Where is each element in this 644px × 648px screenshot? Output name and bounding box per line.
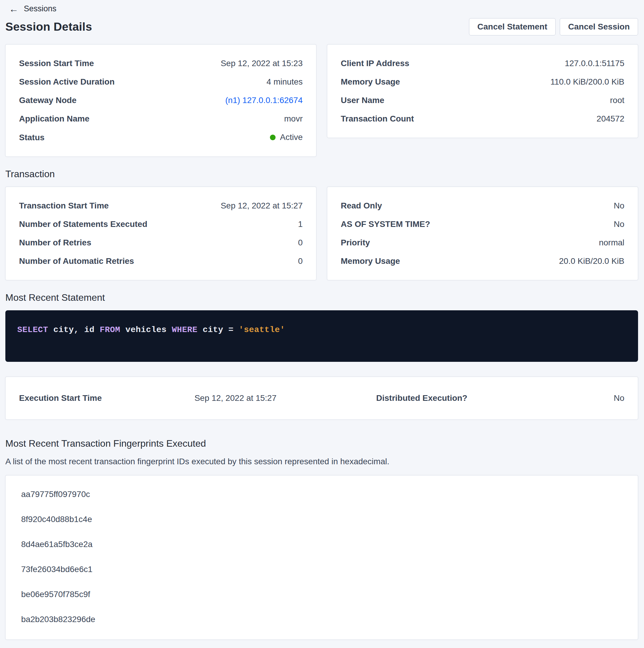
transaction-start-time-row: Transaction Start Time Sep 12, 2022 at 1… xyxy=(19,201,303,211)
status-badge: Active xyxy=(270,132,303,142)
client-ip-value: 127.0.0.1:51175 xyxy=(565,58,624,68)
fingerprint-item: 8f920c40d88b1c4e xyxy=(21,514,622,525)
status-value: Active xyxy=(280,132,303,142)
client-ip-row: Client IP Address 127.0.0.1:51175 xyxy=(341,58,624,68)
cancel-statement-button[interactable]: Cancel Statement xyxy=(469,18,555,36)
read-only-value: No xyxy=(613,201,624,211)
back-arrow-icon: ← xyxy=(9,4,18,13)
transaction-memory-usage-value: 20.0 KiB/20.0 KiB xyxy=(559,256,624,266)
session-active-duration-label: Session Active Duration xyxy=(19,77,115,87)
fingerprint-item: ba2b203b823296de xyxy=(21,614,622,625)
session-start-time-label: Session Start Time xyxy=(19,58,94,68)
session-info-card: Session Start Time Sep 12, 2022 at 15:23… xyxy=(5,44,316,157)
page-title: Session Details xyxy=(5,20,92,33)
sql-where-keyword: WHERE xyxy=(172,325,197,334)
session-details-page: ← Sessions Session Details Cancel Statem… xyxy=(0,0,644,648)
session-memory-usage-value: 110.0 KiB/200.0 KiB xyxy=(550,77,624,87)
execution-start-time-label: Execution Start Time xyxy=(19,393,152,403)
transaction-cards: Transaction Start Time Sep 12, 2022 at 1… xyxy=(5,187,638,280)
client-info-card: Client IP Address 127.0.0.1:51175 Memory… xyxy=(327,44,638,138)
transaction-settings-card: Read Only No AS OF SYSTEM TIME? No Prior… xyxy=(327,187,638,280)
header-actions: Cancel Statement Cancel Session xyxy=(469,18,638,36)
gateway-node-label: Gateway Node xyxy=(19,95,76,105)
transaction-start-time-label: Transaction Start Time xyxy=(19,201,109,211)
statements-executed-value: 1 xyxy=(298,219,303,229)
execution-start-time-value: Sep 12, 2022 at 15:27 xyxy=(152,393,277,403)
session-start-time-value: Sep 12, 2022 at 15:23 xyxy=(221,58,303,68)
sql-columns: city, id xyxy=(53,325,94,334)
back-to-sessions-link[interactable]: ← Sessions xyxy=(5,2,57,13)
fingerprints-description: A list of the most recent transaction fi… xyxy=(5,456,638,467)
transaction-count-value: 204572 xyxy=(597,114,624,124)
as-of-system-time-label: AS OF SYSTEM TIME? xyxy=(341,219,430,229)
application-name-row: Application Name movr xyxy=(19,114,303,124)
session-memory-usage-label: Memory Usage xyxy=(341,77,400,87)
application-name-value: movr xyxy=(284,114,303,124)
fingerprints-list: aa79775ff097970c 8f920c40d88b1c4e 8d4ae6… xyxy=(21,489,622,625)
user-name-label: User Name xyxy=(341,95,384,105)
retries-value: 0 xyxy=(298,238,303,248)
distributed-execution-value: No xyxy=(613,393,624,403)
fingerprint-item: 8d4ae61a5fb3ce2a xyxy=(21,539,622,549)
transaction-count-row: Transaction Count 204572 xyxy=(341,114,624,124)
read-only-row: Read Only No xyxy=(341,201,624,211)
execution-details-card: Execution Start Time Sep 12, 2022 at 15:… xyxy=(5,377,638,420)
statements-executed-label: Number of Statements Executed xyxy=(19,219,147,229)
transaction-memory-usage-label: Memory Usage xyxy=(341,256,400,266)
as-of-system-time-value: No xyxy=(613,219,624,229)
status-row: Status Active xyxy=(19,132,303,143)
priority-value: normal xyxy=(599,238,624,248)
transaction-info-card: Transaction Start Time Sep 12, 2022 at 1… xyxy=(5,187,316,280)
retries-label: Number of Retries xyxy=(19,238,92,248)
gateway-node-row: Gateway Node (n1) 127.0.0.1:62674 xyxy=(19,95,303,105)
status-label: Status xyxy=(19,132,45,143)
sql-table-name: vehicles xyxy=(125,325,166,334)
transaction-start-time-value: Sep 12, 2022 at 15:27 xyxy=(221,201,303,211)
transaction-memory-usage-row: Memory Usage 20.0 KiB/20.0 KiB xyxy=(341,256,624,266)
active-status-dot-icon xyxy=(270,134,276,140)
session-overview-cards: Session Start Time Sep 12, 2022 at 15:23… xyxy=(5,44,638,157)
statements-executed-row: Number of Statements Executed 1 xyxy=(19,219,303,229)
priority-row: Priority normal xyxy=(341,238,624,248)
session-memory-usage-row: Memory Usage 110.0 KiB/200.0 KiB xyxy=(341,77,624,87)
session-active-duration-row: Session Active Duration 4 minutes xyxy=(19,77,303,87)
application-name-label: Application Name xyxy=(19,114,89,124)
distributed-execution-label: Distributed Execution? xyxy=(376,393,467,403)
session-active-duration-value: 4 minutes xyxy=(267,77,303,87)
read-only-label: Read Only xyxy=(341,201,382,211)
fingerprint-item: 73fe26034bd6e6c1 xyxy=(21,564,622,575)
cancel-session-button[interactable]: Cancel Session xyxy=(560,18,638,36)
automatic-retries-value: 0 xyxy=(298,256,303,266)
automatic-retries-label: Number of Automatic Retries xyxy=(19,256,134,266)
transaction-section-heading: Transaction xyxy=(5,169,638,179)
statement-section-heading: Most Recent Statement xyxy=(5,292,638,303)
session-start-time-row: Session Start Time Sep 12, 2022 at 15:23 xyxy=(19,58,303,68)
sql-statement: SELECT city, id FROM vehicles WHERE city… xyxy=(17,325,285,334)
fingerprints-section-heading: Most Recent Transaction Fingerprints Exe… xyxy=(5,438,638,449)
user-name-row: User Name root xyxy=(341,95,624,105)
as-of-system-time-row: AS OF SYSTEM TIME? No xyxy=(341,219,624,229)
priority-label: Priority xyxy=(341,238,370,248)
retries-row: Number of Retries 0 xyxy=(19,238,303,248)
fingerprint-item: aa79775ff097970c xyxy=(21,489,622,499)
sql-string-literal: 'seattle' xyxy=(239,325,285,334)
fingerprint-item: be06e9570f785c9f xyxy=(21,589,622,599)
breadcrumb-label: Sessions xyxy=(24,4,57,13)
page-header: Session Details Cancel Statement Cancel … xyxy=(5,18,638,36)
automatic-retries-row: Number of Automatic Retries 0 xyxy=(19,256,303,266)
sql-condition-lhs: city = xyxy=(203,325,234,334)
transaction-count-label: Transaction Count xyxy=(341,114,414,124)
sql-statement-box: SELECT city, id FROM vehicles WHERE city… xyxy=(5,310,638,362)
gateway-node-link[interactable]: (n1) 127.0.0.1:62674 xyxy=(225,95,303,105)
sql-select-keyword: SELECT xyxy=(17,325,48,334)
fingerprints-card: aa79775ff097970c 8f920c40d88b1c4e 8d4ae6… xyxy=(5,475,638,640)
client-ip-label: Client IP Address xyxy=(341,58,409,68)
sql-from-keyword: FROM xyxy=(100,325,120,334)
execution-details-row: Execution Start Time Sep 12, 2022 at 15:… xyxy=(19,393,624,403)
user-name-value: root xyxy=(610,95,624,105)
